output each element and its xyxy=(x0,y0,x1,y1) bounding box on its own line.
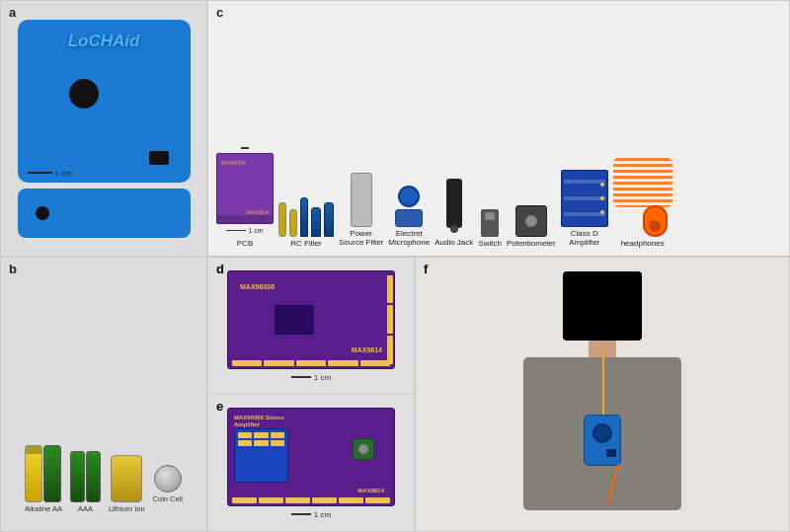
switch-body xyxy=(481,209,499,237)
panel-c: c MAX98306 MAX9814 1 cm PCB xyxy=(207,0,790,257)
panel-a-label: a xyxy=(9,5,16,20)
batteries-container: Alkaline AA AAA Lithium Ion Coin Cell xyxy=(25,445,183,513)
main-layout: a LoCHAid 1 cm b xyxy=(0,0,790,532)
amp-label: Class DAmplifier xyxy=(569,229,599,248)
component-class-d-amp: Class DAmplifier xyxy=(561,170,608,248)
pot-label: Potentiometer xyxy=(507,239,556,248)
component-electret-mic: ElectretMicrophone xyxy=(388,186,430,248)
headphones-body xyxy=(613,158,672,237)
pcb-body: MAX98306 MAX9814 xyxy=(216,153,274,224)
battery-aa-2 xyxy=(43,445,61,502)
components-row: MAX98306 MAX9814 1 cm PCB xyxy=(216,7,781,248)
panel-d-label: d xyxy=(216,262,224,276)
panel-c-label: c xyxy=(216,5,223,20)
pcb-label: PCB xyxy=(237,239,253,248)
component-switch: Switch xyxy=(478,209,502,248)
rc-filter-label: RC Filter xyxy=(290,239,322,248)
pcb-e-board: MAX98306 StereoAmplifier MAX9814 xyxy=(227,408,395,506)
panel-b: b Alkaline AA AAA xyxy=(0,257,207,532)
battery-li-cell xyxy=(111,455,142,502)
pcb-scale: 1 cm xyxy=(226,227,263,234)
mic-label: ElectretMicrophone xyxy=(388,229,430,248)
component-audio-jack: Audio Jack xyxy=(434,179,473,248)
component-potentiometer: Potentiometer xyxy=(507,205,556,248)
panel-d: d MAX98306 MAX9814 xyxy=(208,258,414,395)
battery-aaa-cell-2 xyxy=(86,451,101,502)
pcb-d-board: MAX98306 MAX9814 xyxy=(227,270,395,369)
battery-aa-1 xyxy=(25,445,42,502)
panel-b-label: b xyxy=(9,262,17,276)
device-knob xyxy=(69,79,99,109)
battery-coin: Coin Cell xyxy=(153,465,183,503)
battery-aa-label: Alkaline AA xyxy=(25,504,62,513)
battery-coin-label: Coin Cell xyxy=(153,494,183,503)
amp-body xyxy=(561,170,608,227)
wearable-device xyxy=(584,415,621,466)
panel-e: e MAX98306 StereoAmplifier MAX9814 xyxy=(208,395,414,531)
audio-jack-label: Audio Jack xyxy=(434,238,473,248)
device-port xyxy=(149,151,169,165)
source-filter-label: PowerSource Filter xyxy=(339,229,383,248)
component-source-filter: PowerSource Filter xyxy=(339,173,383,248)
pot-body xyxy=(515,205,547,237)
lanyard xyxy=(602,353,604,422)
device-front: LoCHAid 1 cm xyxy=(18,20,191,183)
panel-f-label: f xyxy=(424,262,428,276)
panel-e-scale: 1 cm xyxy=(291,510,331,519)
person-figure xyxy=(504,266,701,523)
battery-alkaline-aa: Alkaline AA xyxy=(25,445,62,513)
device-name: LoCHAid xyxy=(68,32,140,51)
battery-aaa-label: AAA xyxy=(78,504,93,513)
battery-coin-cell xyxy=(154,465,182,493)
switch-label: Switch xyxy=(478,239,502,248)
panel-e-scale-label: 1 cm xyxy=(314,510,331,519)
panel-a: a LoCHAid 1 cm xyxy=(0,0,207,257)
jack-body xyxy=(446,179,462,228)
panel-e-label: e xyxy=(216,399,223,414)
battery-lithium: Lithium Ion xyxy=(109,455,145,513)
battery-aaa-cell xyxy=(70,451,85,502)
component-rc-filter: RC Filter xyxy=(278,197,334,248)
component-headphones: headphones xyxy=(613,158,672,248)
de-stack: d MAX98306 MAX9814 xyxy=(207,257,415,532)
device-scale-bar: 1 cm xyxy=(28,169,72,178)
panel-d-scale-label: 1 cm xyxy=(314,373,331,382)
battery-li-label: Lithium Ion xyxy=(109,504,145,513)
headphones-label: headphones xyxy=(621,239,665,248)
battery-aaa: AAA xyxy=(70,451,101,513)
component-pcb: MAX98306 MAX9814 1 cm PCB xyxy=(216,150,274,248)
mic-body xyxy=(398,186,420,207)
face-redacted xyxy=(563,271,642,341)
device-side xyxy=(18,189,191,238)
panel-d-scale: 1 cm xyxy=(291,373,331,382)
device-side-port xyxy=(36,206,49,220)
panel-f: f xyxy=(415,257,790,532)
scale-label-a-top: 1 cm xyxy=(55,169,72,178)
